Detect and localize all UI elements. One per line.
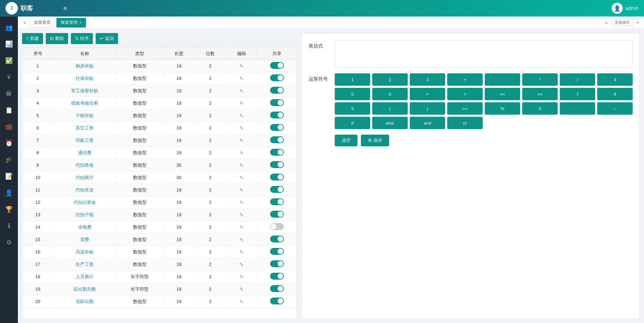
toggle-shared[interactable] — [270, 248, 284, 255]
edit-icon[interactable]: ✎ — [239, 101, 244, 106]
tab-account-close[interactable]: × — [79, 21, 82, 24]
edit-icon[interactable]: ✎ — [239, 163, 244, 168]
calc-btn-_[interactable]: + — [447, 73, 483, 86]
toggle-shared[interactable] — [270, 149, 284, 156]
sidebar-item-reports[interactable]: 📋 — [1, 103, 17, 118]
new-button[interactable]: + 新建 — [22, 33, 43, 44]
calc-btn-_[interactable]: ) — [410, 102, 445, 115]
calc-btn-if[interactable]: if — [335, 117, 370, 129]
calc-btn-6[interactable]: 6 — [372, 88, 408, 100]
calc-btn-_[interactable]: > — [410, 88, 445, 100]
toggle-shared[interactable] — [270, 223, 284, 230]
toggle-shared[interactable] — [270, 124, 284, 131]
sidebar-item-info[interactable]: ℹ — [1, 218, 17, 233]
calc-btn-_[interactable]: < — [447, 88, 483, 100]
edit-icon[interactable]: ✎ — [239, 63, 244, 69]
calc-btn-9[interactable]: 9 — [335, 102, 370, 115]
sort-button[interactable]: ⇅ 排序 — [71, 33, 93, 44]
calc-btn-2[interactable]: 2 — [372, 73, 408, 86]
toggle-shared[interactable] — [270, 161, 284, 168]
calc-btn-__[interactable]: >= — [485, 88, 520, 100]
edit-icon[interactable]: ✎ — [239, 212, 244, 218]
expression-input[interactable] — [335, 40, 633, 68]
calc-btn-_[interactable]: - — [485, 73, 520, 86]
calc-btn-_[interactable]: ( — [372, 102, 408, 115]
tab-nav-prev[interactable]: « — [21, 19, 29, 27]
edit-icon[interactable]: ✎ — [239, 249, 244, 255]
sidebar-item-institution[interactable]: 🏛 — [1, 86, 17, 101]
calc-btn-_[interactable]: / — [560, 73, 595, 86]
toggle-shared[interactable] — [270, 112, 284, 118]
toggle-shared[interactable] — [270, 273, 284, 280]
edit-icon[interactable]: ✎ — [239, 175, 244, 180]
cell-type: 数值型 — [116, 60, 163, 72]
save-button[interactable]: ♻ 保存 — [361, 135, 389, 146]
edit-icon[interactable]: ✎ — [239, 200, 244, 205]
edit-icon[interactable]: ✎ — [239, 225, 244, 230]
sidebar-item-notes[interactable]: 📝 — [1, 169, 17, 184]
tab-nav-next[interactable]: » — [602, 19, 610, 27]
sidebar-item-chart[interactable]: 📊 — [1, 37, 17, 52]
calc-btn-_[interactable]: * — [522, 73, 558, 86]
sidebar-item-settings[interactable]: ⚙ — [1, 235, 17, 250]
calc-grid: 123+-*/456><>=<=789()==%0.←ifelseandor — [335, 73, 633, 129]
toggle-shared[interactable] — [270, 62, 284, 69]
sidebar-item-tasks[interactable]: ✅ — [1, 53, 17, 68]
toggle-shared[interactable] — [270, 198, 284, 205]
edit-icon[interactable]: ✎ — [239, 237, 244, 242]
toggle-shared[interactable] — [270, 260, 284, 267]
delete-button[interactable]: ⊟ 删除 — [46, 33, 68, 44]
clear-button[interactable]: 清空 — [335, 135, 357, 146]
tab-operations-btn[interactable]: 页签操作 — [612, 19, 633, 26]
edit-icon[interactable]: ✎ — [239, 138, 244, 143]
calc-btn-and[interactable]: and — [410, 117, 445, 129]
edit-icon[interactable]: ✎ — [239, 274, 244, 280]
edit-icon[interactable]: ✎ — [239, 187, 244, 193]
edit-icon[interactable]: ✎ — [239, 286, 244, 292]
toggle-shared[interactable] — [270, 74, 284, 81]
sidebar-item-time[interactable]: ⏰ — [1, 136, 17, 151]
sidebar-item-awards[interactable]: 🏆 — [1, 202, 17, 217]
toggle-shared[interactable] — [270, 87, 284, 94]
sidebar-item-finance[interactable]: ¥ — [1, 70, 17, 85]
calc-btn-3[interactable]: 3 — [410, 73, 445, 86]
calc-btn-else[interactable]: else — [372, 117, 408, 129]
calc-btn-1[interactable]: 1 — [335, 73, 370, 86]
sidebar-item-profile[interactable]: 👤 — [1, 185, 17, 200]
calc-btn-0[interactable]: 0 — [522, 102, 558, 115]
menu-toggle-icon[interactable]: ≡ — [63, 5, 67, 12]
edit-icon[interactable]: ✎ — [239, 113, 244, 118]
toggle-shared[interactable] — [270, 136, 284, 143]
edit-icon[interactable]: ✎ — [239, 88, 244, 94]
calc-btn-4[interactable]: 4 — [597, 73, 633, 86]
calc-btn-7[interactable]: 7 — [560, 88, 595, 100]
toggle-shared[interactable] — [270, 186, 284, 193]
calc-btn-8[interactable]: 8 — [597, 88, 633, 100]
sidebar-item-work[interactable]: 💼 — [1, 119, 17, 134]
toggle-shared[interactable] — [270, 236, 284, 242]
toggle-shared[interactable] — [270, 99, 284, 106]
toggle-shared[interactable] — [270, 285, 284, 292]
calc-btn-or[interactable]: or — [447, 117, 483, 129]
calc-btn-_[interactable]: ← — [597, 102, 633, 115]
close-all-btn[interactable]: × — [634, 19, 641, 26]
calc-btn-_[interactable]: % — [485, 102, 520, 115]
edit-icon[interactable]: ✎ — [239, 299, 244, 304]
edit-icon[interactable]: ✎ — [239, 76, 244, 81]
toggle-shared[interactable] — [270, 211, 284, 218]
toggle-shared[interactable] — [270, 298, 284, 304]
tab-account[interactable]: 账套管理 × — [56, 18, 86, 28]
edit-icon[interactable]: ✎ — [239, 125, 244, 131]
edit-icon[interactable]: ✎ — [239, 262, 244, 267]
sidebar-item-users[interactable]: 👥 — [1, 20, 17, 35]
toggle-shared[interactable] — [270, 174, 284, 180]
sidebar-item-education[interactable]: 🎓 — [1, 152, 17, 167]
table-scroll[interactable]: 序号 名称 类型 长度 位数 编辑 共享 1购房补贴数值型18 — [22, 48, 297, 309]
calc-btn-__[interactable]: <= — [522, 88, 558, 100]
tab-welcome[interactable]: 欢迎首页 — [30, 18, 55, 28]
calc-btn-__[interactable]: == — [447, 102, 483, 115]
calc-btn-5[interactable]: 5 — [335, 88, 370, 100]
calc-btn-_[interactable]: . — [560, 102, 595, 115]
back-button[interactable]: ↩ 返回 — [96, 33, 118, 44]
edit-icon[interactable]: ✎ — [239, 150, 244, 156]
